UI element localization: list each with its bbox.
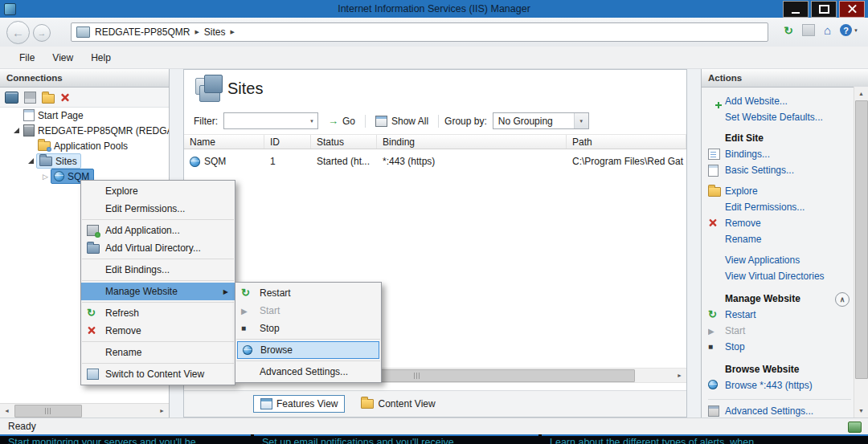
submenu-browse[interactable]: Browse [237, 341, 379, 359]
connections-folder-button[interactable] [42, 94, 55, 104]
submenu-stop[interactable]: ■ Stop [235, 320, 381, 337]
save-connections-button[interactable] [24, 92, 36, 104]
tree-item-start-page[interactable]: Start Page [0, 108, 169, 123]
scroll-up-icon[interactable]: ▲ [854, 87, 868, 100]
action-bindings[interactable]: Bindings... [708, 146, 854, 162]
action-view-applications[interactable]: View Applications [708, 252, 854, 268]
collapse-section-button[interactable]: ∧ [835, 292, 850, 307]
stop-button-disabled[interactable] [802, 24, 815, 36]
action-add-website[interactable]: Add Website... [708, 93, 854, 109]
context-menu-edit-bindings[interactable]: Edit Bindings... [81, 261, 235, 279]
scrollbar-thumb[interactable] [855, 100, 868, 379]
action-edit-permissions[interactable]: Edit Permissions... [708, 199, 854, 215]
scroll-down-icon[interactable]: ▼ [854, 404, 868, 418]
home-button[interactable]: ⌂ [824, 24, 831, 36]
group-by-select[interactable]: No Grouping ▼ [493, 112, 589, 129]
delete-connection-button[interactable] [61, 93, 69, 101]
expander-expanded-icon[interactable] [28, 158, 34, 164]
app-icon [4, 3, 16, 15]
menu-help[interactable]: Help [83, 49, 119, 67]
background-page-strip: Start monitoring your servers and you'll… [0, 434, 868, 444]
scrollbar-track[interactable] [14, 404, 155, 418]
create-connection-button[interactable] [5, 92, 18, 104]
tree-item-application-pools[interactable]: Application Pools [0, 138, 169, 153]
background-link-alerts[interactable]: Learn about the different types of alert… [542, 434, 868, 444]
refresh-button[interactable]: ↻ [784, 25, 793, 36]
submenu-start[interactable]: ▶ Start [235, 302, 381, 320]
minimize-button[interactable] [783, 1, 809, 18]
stop-icon: ■ [708, 343, 713, 351]
tree-item-server[interactable]: REDGATE-PP85QMR (REDGAT [0, 123, 169, 138]
expander-collapsed-icon[interactable]: ▷ [43, 173, 48, 181]
submenu-advanced-settings[interactable]: Advanced Settings... [235, 363, 381, 381]
context-menu-refresh[interactable]: ↻ Refresh [81, 304, 235, 322]
column-header-id[interactable]: ID [264, 135, 311, 149]
action-view-virtual-directories[interactable]: View Virtual Directories [708, 268, 854, 284]
back-button[interactable]: ← [6, 21, 30, 44]
column-header-status[interactable]: Status [311, 135, 377, 149]
filter-caret-icon[interactable]: ▼ [306, 119, 317, 124]
scrollbar-thumb[interactable] [14, 405, 82, 418]
context-menu-rename[interactable]: Rename [81, 344, 235, 361]
features-view-icon [260, 398, 272, 409]
column-header-path[interactable]: Path [567, 135, 686, 149]
action-stop[interactable]: ■ Stop [708, 339, 854, 355]
breadcrumb-server[interactable]: REDGATE-PP85QMR [95, 26, 190, 38]
action-basic-settings[interactable]: Basic Settings... [708, 162, 854, 178]
action-explore[interactable]: Explore [708, 183, 854, 199]
action-remove[interactable]: Remove [708, 215, 854, 231]
context-menu-switch-content-view[interactable]: Switch to Content View [81, 365, 235, 383]
action-rename[interactable]: Rename [708, 231, 854, 247]
connections-horizontal-scrollbar[interactable]: ◄ ► [0, 403, 169, 418]
context-menu-explore[interactable]: Explore [81, 182, 235, 200]
context-menu-add-virtual-directory[interactable]: Add Virtual Directory... [81, 239, 235, 257]
menu-separator [236, 339, 380, 340]
menu-separator [82, 280, 234, 281]
close-button[interactable] [839, 1, 865, 18]
menu-file[interactable]: File [11, 49, 43, 67]
features-view-tab[interactable]: Features View [253, 395, 345, 413]
chevron-up-icon: ∧ [840, 295, 845, 303]
background-link-monitoring[interactable]: Start monitoring your servers and you'll… [0, 434, 251, 444]
go-button[interactable]: → Go [324, 114, 359, 128]
site-row-sqm[interactable]: SQM 1 Started (ht... *:443 (https) C:\Pr… [184, 153, 686, 169]
scroll-right-icon[interactable]: ► [155, 404, 169, 418]
go-label: Go [342, 116, 355, 127]
show-all-button[interactable]: Show All [371, 114, 432, 128]
breadcrumb-arrow-icon[interactable]: ▶ [194, 29, 199, 35]
action-label: Basic Settings... [725, 165, 794, 176]
window-title: Internet Information Services (IIS) Mana… [96, 3, 772, 14]
action-set-website-defaults[interactable]: Set Website Defaults... [708, 109, 854, 125]
close-icon [848, 5, 857, 14]
content-view-tab[interactable]: Content View [354, 396, 441, 412]
scroll-left-icon[interactable]: ◄ [0, 404, 14, 418]
filter-input[interactable]: ▼ [223, 112, 318, 129]
action-advanced-settings[interactable]: Advanced Settings... [708, 403, 854, 418]
action-browse-binding[interactable]: Browse *:443 (https) [708, 377, 854, 393]
context-menu-manage-website[interactable]: Manage Website ▶ [81, 283, 235, 300]
connections-toolbar [0, 88, 169, 108]
menu-view[interactable]: View [44, 49, 81, 67]
breadcrumb-bar[interactable]: REDGATE-PP85QMR ▶ Sites ▶ [71, 22, 768, 42]
maximize-button[interactable] [811, 1, 837, 18]
menu-separator [82, 302, 234, 303]
actions-vertical-scrollbar[interactable]: ▲ ▼ [854, 87, 868, 418]
breadcrumb-arrow-icon[interactable]: ▶ [231, 29, 235, 35]
expander-expanded-icon[interactable] [14, 128, 19, 133]
help-button[interactable]: ? ▼ [840, 24, 858, 36]
submenu-restart[interactable]: ↻ Restart [235, 284, 381, 302]
group-by-caret[interactable]: ▼ [574, 113, 588, 128]
column-header-binding[interactable]: Binding [377, 135, 567, 149]
action-label: Explore [725, 185, 758, 197]
action-start[interactable]: ▶ Start [708, 323, 854, 339]
context-menu-remove[interactable]: Remove [81, 322, 235, 340]
scroll-right-icon[interactable]: ► [673, 369, 686, 382]
background-link-notifications[interactable]: Set up email notifications and you'll re… [254, 434, 538, 444]
action-restart[interactable]: ↻ Restart [708, 307, 854, 323]
context-menu-edit-permissions[interactable]: Edit Permissions... [81, 200, 235, 218]
column-header-name[interactable]: Name [184, 135, 264, 149]
context-menu-add-application[interactable]: Add Application... [81, 222, 235, 239]
tree-item-sites[interactable]: Sites [0, 153, 169, 169]
forward-button[interactable]: → [33, 24, 51, 42]
breadcrumb-sites[interactable]: Sites [204, 26, 226, 38]
